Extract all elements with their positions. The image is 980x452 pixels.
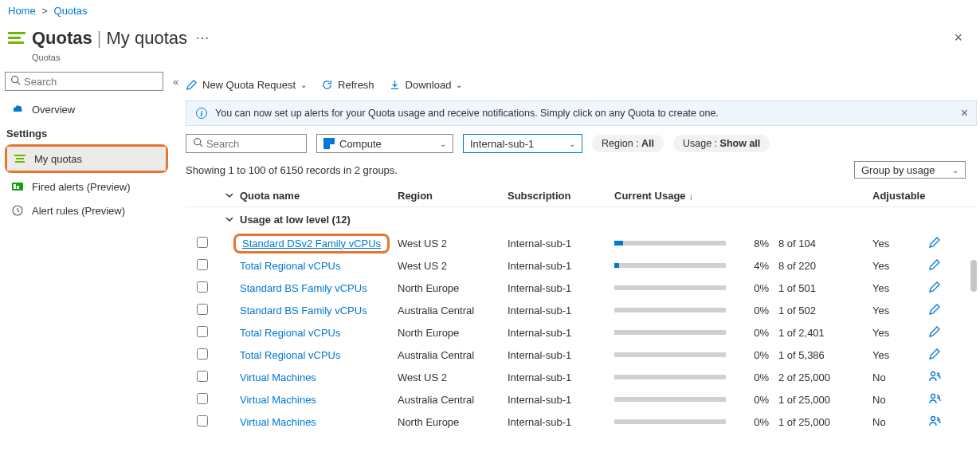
adjustable-cell: Yes xyxy=(872,305,928,316)
col-header-region[interactable]: Region xyxy=(398,190,508,202)
adjustable-cell: Yes xyxy=(872,327,928,339)
highlight-my-quotas: My quotas xyxy=(5,144,168,173)
page-header: Quotas | My quotas … × xyxy=(0,22,980,53)
refresh-button[interactable]: Refresh xyxy=(321,79,374,91)
quotas-table: Quota name Region Subscription Current U… xyxy=(186,185,977,433)
quota-name-link[interactable]: Total Regional vCPUs xyxy=(240,349,340,361)
edit-icon[interactable] xyxy=(928,284,941,296)
quota-name-link[interactable]: Standard BS Family vCPUs xyxy=(240,305,367,316)
row-checkbox[interactable] xyxy=(197,348,208,360)
more-button[interactable]: … xyxy=(195,26,210,43)
svg-point-8 xyxy=(931,371,935,375)
sidebar-item-fired-alerts[interactable]: Fired alerts (Preview) xyxy=(5,175,171,198)
row-checkbox[interactable] xyxy=(197,281,208,293)
table-row: Virtual MachinesNorth EuropeInternal-sub… xyxy=(186,411,977,433)
row-checkbox[interactable] xyxy=(197,326,208,337)
my-quotas-icon xyxy=(14,152,26,165)
row-checkbox[interactable] xyxy=(197,259,208,270)
usage-bar xyxy=(614,419,726,424)
page-subtitle: Quotas xyxy=(0,53,980,69)
page-title-sub: My quotas xyxy=(107,28,188,49)
filter-search-input[interactable] xyxy=(206,138,300,150)
adjustable-cell: Yes xyxy=(872,349,928,361)
info-icon: i xyxy=(196,108,207,119)
quota-name-link[interactable]: Virtual Machines xyxy=(240,371,316,383)
usage-percent: 4% xyxy=(739,260,769,272)
usage-text: 1 of 25,000 xyxy=(778,416,872,428)
sidebar-item-label: Fired alerts (Preview) xyxy=(32,181,131,193)
group-header-row[interactable]: Usage at low level (12) xyxy=(186,207,977,232)
provider-dropdown[interactable]: Compute ⌄ xyxy=(316,134,453,153)
usage-percent: 8% xyxy=(739,238,769,250)
subscription-cell: Internal-sub-1 xyxy=(508,282,614,294)
provider-value: Compute xyxy=(339,138,382,150)
group-by-dropdown[interactable]: Group by usage ⌄ xyxy=(854,161,966,179)
sidebar-search-input[interactable] xyxy=(24,76,158,88)
edit-icon[interactable] xyxy=(928,306,941,318)
region-cell: West US 2 xyxy=(398,371,508,383)
sidebar-item-overview[interactable]: Overview xyxy=(5,97,171,121)
row-checkbox[interactable] xyxy=(197,393,208,404)
quota-name-link[interactable]: Virtual Machines xyxy=(240,416,316,428)
support-person-icon[interactable] xyxy=(928,395,941,407)
table-row: Total Regional vCPUsWest US 2Internal-su… xyxy=(186,254,977,277)
table-row: Standard DSv2 Family vCPUsWest US 2Inter… xyxy=(186,232,977,254)
col-header-name[interactable]: Quota name xyxy=(240,190,398,202)
sidebar-item-label: My quotas xyxy=(34,153,82,165)
dismiss-banner-button[interactable]: × xyxy=(961,106,968,120)
quota-name-link[interactable]: Virtual Machines xyxy=(240,394,316,406)
edit-icon[interactable] xyxy=(928,261,941,273)
alert-rules-icon xyxy=(11,204,24,217)
subscription-dropdown[interactable]: Internal-sub-1 ⌄ xyxy=(463,134,582,153)
new-quota-request-button[interactable]: New Quota Request ⌄ xyxy=(186,79,307,91)
download-button[interactable]: Download ⌄ xyxy=(389,79,463,91)
region-filter-pill[interactable]: Region : All xyxy=(592,135,664,152)
row-checkbox[interactable] xyxy=(197,304,208,315)
row-checkbox[interactable] xyxy=(197,371,208,382)
chevron-down-icon: ⌄ xyxy=(300,81,307,89)
row-checkbox[interactable] xyxy=(197,415,208,426)
subscription-cell: Internal-sub-1 xyxy=(508,327,614,339)
edit-icon[interactable] xyxy=(928,239,941,251)
edit-icon[interactable] xyxy=(928,328,941,340)
support-person-icon[interactable] xyxy=(928,373,941,385)
usage-percent: 0% xyxy=(739,394,769,406)
col-header-subscription[interactable]: Subscription xyxy=(508,190,614,202)
row-checkbox[interactable] xyxy=(197,237,208,248)
region-value: All xyxy=(641,138,654,149)
sidebar-search[interactable] xyxy=(5,72,163,91)
expand-all-toggle[interactable] xyxy=(219,190,240,202)
subscription-cell: Internal-sub-1 xyxy=(508,260,614,272)
support-person-icon[interactable] xyxy=(928,418,941,430)
sidebar: « Overview Settings My quotas Fired xyxy=(0,69,171,433)
breadcrumb-quotas[interactable]: Quotas xyxy=(54,5,88,17)
quotas-icon xyxy=(8,29,25,47)
sidebar-item-alert-rules[interactable]: Alert rules (Preview) xyxy=(5,198,171,222)
chevron-down-icon: ⌄ xyxy=(952,166,958,175)
usage-percent: 0% xyxy=(739,327,769,339)
col-header-usage[interactable]: Current Usage↓ xyxy=(614,190,739,202)
sidebar-item-my-quotas[interactable]: My quotas xyxy=(7,147,166,171)
adjustable-cell: No xyxy=(872,371,928,383)
usage-bar xyxy=(614,352,726,357)
subscription-value: Internal-sub-1 xyxy=(470,138,534,150)
col-header-adjustable[interactable]: Adjustable xyxy=(872,190,928,202)
usage-filter-pill[interactable]: Usage : Show all xyxy=(673,135,770,152)
svg-point-6 xyxy=(194,139,201,145)
filter-search[interactable] xyxy=(186,134,307,153)
close-button[interactable]: × xyxy=(944,25,972,51)
usage-value: Show all xyxy=(720,138,761,149)
fired-alerts-icon xyxy=(11,180,24,193)
group-by-value: Group by usage xyxy=(861,164,935,176)
search-icon xyxy=(10,75,21,88)
records-count-text: Showing 1 to 100 of 6150 records in 2 gr… xyxy=(186,164,398,176)
svg-point-10 xyxy=(931,416,935,420)
quota-name-link[interactable]: Standard DSv2 Family vCPUs xyxy=(242,238,381,250)
vertical-scrollbar[interactable] xyxy=(970,260,978,433)
breadcrumb-home[interactable]: Home xyxy=(8,5,36,17)
quota-name-link[interactable]: Total Regional vCPUs xyxy=(240,260,340,272)
quota-name-link[interactable]: Standard BS Family vCPUs xyxy=(240,282,367,294)
pencil-icon xyxy=(186,79,198,91)
edit-icon[interactable] xyxy=(928,351,941,363)
quota-name-link[interactable]: Total Regional vCPUs xyxy=(240,327,340,339)
